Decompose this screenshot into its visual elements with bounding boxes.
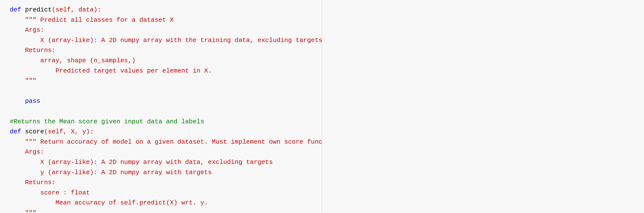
- docstring-2: """ Predict all classes for a dataset X: [25, 16, 174, 24]
- docstring-3: Args:: [25, 26, 44, 34]
- code-line-18: Returns:: [10, 178, 312, 188]
- docstring-16: X (array-like): A 2D numpy array with da…: [40, 158, 273, 166]
- docstring-21: """: [25, 209, 36, 213]
- keyword-def-1: def: [10, 6, 25, 14]
- docstring-4: X (array-like): A 2D numpy array with th…: [40, 37, 322, 44]
- code-line-4: X (array-like): A 2D numpy array with th…: [10, 36, 312, 46]
- code-line-12: #Returns the Mean score given input data…: [10, 117, 312, 127]
- docstring-6: array, shape (n_samples,): [40, 57, 136, 64]
- func-score: score: [25, 128, 44, 135]
- code-line-1: def predict(self, data):: [10, 5, 312, 15]
- code-panel-right: [322, 0, 644, 213]
- keyword-pass: pass: [25, 98, 40, 105]
- code-line-21: """: [10, 208, 312, 213]
- code-container: def predict(self, data): """ Predict all…: [0, 0, 644, 213]
- docstring-20: Mean accuracy of self.predict(X) wrt. y.: [56, 199, 208, 206]
- code-line-14: """ Return accuracy of model on a given …: [10, 137, 312, 147]
- code-line-2: """ Predict all classes for a dataset X: [10, 15, 312, 26]
- docstring-15: Args:: [25, 148, 44, 156]
- docstring-8: """: [25, 77, 36, 84]
- code-line-3: Args:: [10, 25, 312, 36]
- code-line-11: [10, 106, 312, 117]
- docstring-17: y (array-like): A 2D numpy array with ta…: [40, 169, 212, 176]
- code-line-17: y (array-like): A 2D numpy array with ta…: [10, 168, 312, 178]
- docstring-18: Returns:: [25, 179, 56, 186]
- code-line-19: score : float: [10, 188, 312, 198]
- comment-returns: #Returns the Mean score given input data…: [10, 118, 204, 125]
- code-panel-left: def predict(self, data): """ Predict all…: [0, 0, 322, 213]
- docstring-14: """ Return accuracy of model on a given …: [25, 138, 341, 146]
- code-line-16: X (array-like): A 2D numpy array with da…: [10, 157, 312, 168]
- code-line-15: Args:: [10, 147, 312, 157]
- params-predict: (self, data):: [52, 6, 102, 14]
- code-line-20: Mean accuracy of self.predict(X) wrt. y.: [10, 198, 312, 208]
- keyword-def-2: def: [10, 128, 25, 135]
- code-line-13: def score(self, X, y):: [10, 127, 312, 137]
- code-line-9: [10, 86, 312, 96]
- code-line-6: array, shape (n_samples,): [10, 56, 312, 66]
- code-line-8: """: [10, 76, 312, 86]
- docstring-7: Predicted target values per element in X…: [56, 67, 212, 74]
- docstring-19: score : float: [40, 189, 90, 196]
- code-line-10: pass: [10, 96, 312, 106]
- code-line-7: Predicted target values per element in X…: [10, 66, 312, 76]
- func-predict: predict: [25, 6, 52, 14]
- docstring-5: Returns:: [25, 47, 56, 54]
- params-score: (self, X, y):: [44, 128, 94, 135]
- code-line-5: Returns:: [10, 46, 312, 56]
- code-block: def predict(self, data): """ Predict all…: [10, 5, 312, 213]
